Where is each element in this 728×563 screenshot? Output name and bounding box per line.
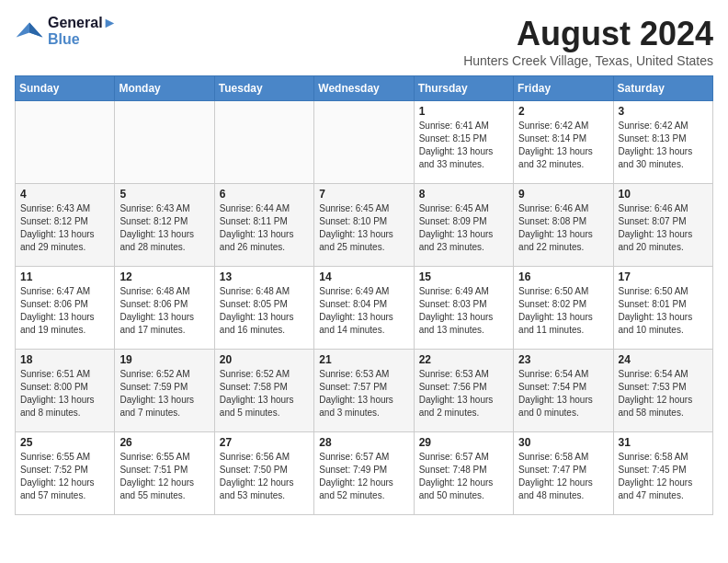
day-number: 16 — [518, 270, 608, 283]
day-info: Sunrise: 6:47 AM Sunset: 8:06 PM Dayligh… — [20, 285, 109, 337]
calendar-cell: 31Sunrise: 6:58 AM Sunset: 7:45 PM Dayli… — [613, 432, 712, 515]
day-number: 10 — [619, 188, 708, 201]
day-number: 28 — [319, 436, 408, 449]
day-number: 3 — [619, 105, 708, 118]
day-info: Sunrise: 6:52 AM Sunset: 7:59 PM Dayligh… — [119, 368, 209, 419]
day-info: Sunrise: 6:55 AM Sunset: 7:51 PM Dayligh… — [119, 451, 209, 502]
calendar-cell: 21Sunrise: 6:53 AM Sunset: 7:57 PM Dayli… — [314, 350, 414, 432]
day-info: Sunrise: 6:54 AM Sunset: 7:53 PM Dayligh… — [619, 368, 708, 419]
calendar-cell: 9Sunrise: 6:46 AM Sunset: 8:08 PM Daylig… — [514, 184, 613, 267]
calendar-cell: 6Sunrise: 6:44 AM Sunset: 8:11 PM Daylig… — [214, 184, 313, 267]
calendar-cell: 8Sunrise: 6:45 AM Sunset: 8:09 PM Daylig… — [414, 184, 513, 267]
day-number: 4 — [20, 188, 109, 201]
day-number: 7 — [319, 188, 408, 201]
day-number: 31 — [619, 436, 708, 449]
day-number: 8 — [419, 188, 508, 201]
day-info: Sunrise: 6:58 AM Sunset: 7:47 PM Dayligh… — [518, 451, 608, 502]
calendar-cell: 4Sunrise: 6:43 AM Sunset: 8:12 PM Daylig… — [16, 184, 115, 267]
day-info: Sunrise: 6:48 AM Sunset: 8:05 PM Dayligh… — [220, 285, 309, 337]
calendar-table: SundayMondayTuesdayWednesdayThursdayFrid… — [15, 75, 713, 515]
day-number: 5 — [119, 188, 209, 201]
logo-text: General► Blue — [48, 15, 117, 48]
day-number: 13 — [220, 270, 309, 283]
svg-marker-1 — [29, 22, 42, 37]
calendar-cell: 14Sunrise: 6:49 AM Sunset: 8:04 PM Dayli… — [314, 267, 414, 350]
day-info: Sunrise: 6:46 AM Sunset: 8:07 PM Dayligh… — [619, 202, 708, 254]
calendar-cell: 10Sunrise: 6:46 AM Sunset: 8:07 PM Dayli… — [613, 184, 712, 267]
calendar-cell: 16Sunrise: 6:50 AM Sunset: 8:02 PM Dayli… — [514, 267, 613, 350]
calendar-cell: 2Sunrise: 6:42 AM Sunset: 8:14 PM Daylig… — [514, 101, 613, 184]
day-info: Sunrise: 6:52 AM Sunset: 7:58 PM Dayligh… — [220, 368, 309, 419]
day-number: 22 — [419, 353, 508, 366]
day-info: Sunrise: 6:53 AM Sunset: 7:57 PM Dayligh… — [319, 368, 408, 419]
day-number: 9 — [518, 188, 608, 201]
week-row-5: 25Sunrise: 6:55 AM Sunset: 7:52 PM Dayli… — [16, 432, 713, 515]
day-info: Sunrise: 6:50 AM Sunset: 8:01 PM Dayligh… — [619, 285, 708, 337]
day-number: 14 — [319, 270, 408, 283]
day-number: 11 — [20, 270, 109, 283]
day-info: Sunrise: 6:55 AM Sunset: 7:52 PM Dayligh… — [20, 451, 109, 502]
day-info: Sunrise: 6:49 AM Sunset: 8:03 PM Dayligh… — [419, 285, 508, 337]
month-title: August 2024 — [463, 15, 713, 53]
calendar-cell: 13Sunrise: 6:48 AM Sunset: 8:05 PM Dayli… — [214, 267, 313, 350]
day-info: Sunrise: 6:41 AM Sunset: 8:15 PM Dayligh… — [419, 120, 508, 171]
logo: General► Blue — [15, 15, 117, 48]
day-info: Sunrise: 6:51 AM Sunset: 8:00 PM Dayligh… — [20, 368, 109, 419]
day-number: 27 — [220, 436, 309, 449]
calendar-cell: 27Sunrise: 6:56 AM Sunset: 7:50 PM Dayli… — [214, 432, 313, 515]
weekday-header-row: SundayMondayTuesdayWednesdayThursdayFrid… — [16, 76, 713, 101]
day-number: 12 — [119, 270, 209, 283]
calendar-cell: 29Sunrise: 6:57 AM Sunset: 7:48 PM Dayli… — [414, 432, 513, 515]
day-number: 23 — [518, 353, 608, 366]
day-number: 6 — [220, 188, 309, 201]
weekday-header-tuesday: Tuesday — [214, 76, 313, 101]
day-number: 25 — [20, 436, 109, 449]
calendar-cell: 3Sunrise: 6:42 AM Sunset: 8:13 PM Daylig… — [613, 101, 712, 184]
day-number: 17 — [619, 270, 708, 283]
day-number: 1 — [419, 105, 508, 118]
calendar-body: 1Sunrise: 6:41 AM Sunset: 8:15 PM Daylig… — [16, 101, 713, 515]
calendar-cell: 15Sunrise: 6:49 AM Sunset: 8:03 PM Dayli… — [414, 267, 513, 350]
calendar-cell: 18Sunrise: 6:51 AM Sunset: 8:00 PM Dayli… — [16, 350, 115, 432]
day-info: Sunrise: 6:49 AM Sunset: 8:04 PM Dayligh… — [319, 285, 408, 337]
calendar-cell: 11Sunrise: 6:47 AM Sunset: 8:06 PM Dayli… — [16, 267, 115, 350]
day-info: Sunrise: 6:43 AM Sunset: 8:12 PM Dayligh… — [20, 202, 109, 254]
day-info: Sunrise: 6:57 AM Sunset: 7:49 PM Dayligh… — [319, 451, 408, 502]
day-info: Sunrise: 6:50 AM Sunset: 8:02 PM Dayligh… — [518, 285, 608, 337]
day-number: 26 — [119, 436, 209, 449]
week-row-1: 1Sunrise: 6:41 AM Sunset: 8:15 PM Daylig… — [16, 101, 713, 184]
day-info: Sunrise: 6:42 AM Sunset: 8:14 PM Dayligh… — [518, 120, 608, 171]
calendar-cell: 1Sunrise: 6:41 AM Sunset: 8:15 PM Daylig… — [414, 101, 513, 184]
day-info: Sunrise: 6:58 AM Sunset: 7:45 PM Dayligh… — [619, 451, 708, 502]
day-number: 21 — [319, 353, 408, 366]
week-row-4: 18Sunrise: 6:51 AM Sunset: 8:00 PM Dayli… — [16, 350, 713, 432]
day-number: 29 — [419, 436, 508, 449]
day-info: Sunrise: 6:45 AM Sunset: 8:09 PM Dayligh… — [419, 202, 508, 254]
day-number: 15 — [419, 270, 508, 283]
page-header: General► Blue August 2024 Hunters Creek … — [15, 15, 713, 68]
weekday-header-monday: Monday — [115, 76, 214, 101]
calendar-cell — [115, 101, 214, 184]
day-info: Sunrise: 6:48 AM Sunset: 8:06 PM Dayligh… — [119, 285, 209, 337]
calendar-cell: 25Sunrise: 6:55 AM Sunset: 7:52 PM Dayli… — [16, 432, 115, 515]
day-number: 24 — [619, 353, 708, 366]
day-info: Sunrise: 6:53 AM Sunset: 7:56 PM Dayligh… — [419, 368, 508, 419]
day-info: Sunrise: 6:56 AM Sunset: 7:50 PM Dayligh… — [220, 451, 309, 502]
day-info: Sunrise: 6:42 AM Sunset: 8:13 PM Dayligh… — [619, 120, 708, 171]
calendar-cell: 19Sunrise: 6:52 AM Sunset: 7:59 PM Dayli… — [115, 350, 214, 432]
calendar-cell: 22Sunrise: 6:53 AM Sunset: 7:56 PM Dayli… — [414, 350, 513, 432]
calendar-cell: 17Sunrise: 6:50 AM Sunset: 8:01 PM Dayli… — [613, 267, 712, 350]
calendar-cell: 30Sunrise: 6:58 AM Sunset: 7:47 PM Dayli… — [514, 432, 613, 515]
calendar-cell — [16, 101, 115, 184]
title-block: August 2024 Hunters Creek Village, Texas… — [463, 15, 713, 68]
calendar-cell: 24Sunrise: 6:54 AM Sunset: 7:53 PM Dayli… — [613, 350, 712, 432]
day-info: Sunrise: 6:46 AM Sunset: 8:08 PM Dayligh… — [518, 202, 608, 254]
location: Hunters Creek Village, Texas, United Sta… — [463, 53, 713, 68]
calendar-cell: 7Sunrise: 6:45 AM Sunset: 8:10 PM Daylig… — [314, 184, 414, 267]
day-info: Sunrise: 6:54 AM Sunset: 7:54 PM Dayligh… — [518, 368, 608, 419]
weekday-header-friday: Friday — [514, 76, 613, 101]
week-row-2: 4Sunrise: 6:43 AM Sunset: 8:12 PM Daylig… — [16, 184, 713, 267]
calendar-cell: 28Sunrise: 6:57 AM Sunset: 7:49 PM Dayli… — [314, 432, 414, 515]
calendar-cell — [314, 101, 414, 184]
calendar-cell: 26Sunrise: 6:55 AM Sunset: 7:51 PM Dayli… — [115, 432, 214, 515]
